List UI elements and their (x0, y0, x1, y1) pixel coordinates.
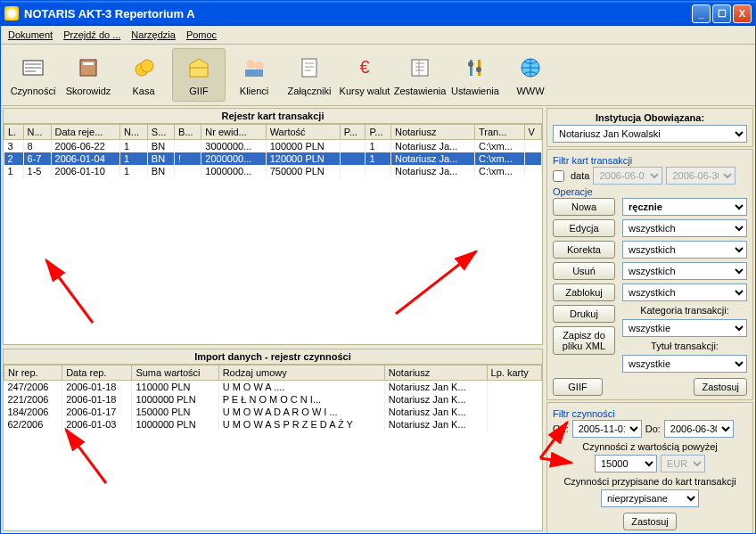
instytucja-combo[interactable]: Notariusz Jan Kowalski (553, 125, 747, 143)
przypisane-label: Czynności przypisane do kart transakcji (553, 476, 747, 487)
table-row[interactable]: 62/20062006-01-031000000 PLNU M O W A S … (4, 418, 542, 431)
column-header[interactable]: P... (340, 125, 366, 140)
table-row[interactable]: 184/20062006-01-17150000 PLNU M O W A D … (4, 406, 542, 418)
table-row[interactable]: 382006-06-221BN3000000...100000 PLN1Nota… (4, 140, 542, 153)
column-header[interactable]: Notariusz (384, 365, 487, 380)
zastosuj-czyn-button[interactable]: Zastosuj (623, 513, 677, 530)
toolbar-www-button[interactable]: WWW (504, 48, 557, 102)
od-label: Od: (553, 423, 569, 434)
toolbar-klienci-button[interactable]: Klienci (227, 48, 281, 102)
zestawienia-icon (406, 53, 434, 82)
data-checkbox[interactable] (553, 170, 564, 182)
svg-rect-8 (245, 70, 263, 77)
data-checkbox-label: data (571, 170, 589, 181)
toolbar: CzynnościSkorowidzKasaGIIFKlienciZałączn… (1, 45, 755, 106)
kategoria-combo[interactable]: wszystkie (622, 319, 747, 337)
czynnosci-icon (19, 53, 47, 82)
www-icon (516, 53, 545, 82)
grid-rejestr-kart[interactable]: L.N...Data reje...N...S...B...Nr ewid...… (4, 124, 542, 344)
giif-button[interactable]: GIIF (553, 378, 603, 396)
op-zablokuj-button[interactable]: Zablokuj (553, 283, 615, 301)
svg-point-6 (246, 60, 255, 69)
op-korekta-button[interactable]: Korekta (553, 241, 615, 259)
toolbar-zalaczniki-button[interactable]: Załączniki (283, 48, 336, 102)
app-window: NOTARIS AKT-3 Repertorium A _ ☐ X Dokume… (0, 0, 756, 534)
column-header[interactable]: Lp. karty (487, 365, 541, 380)
menu-przejdz[interactable]: Przejdź do ... (63, 29, 120, 40)
column-header[interactable]: Tran... (474, 125, 524, 140)
column-header[interactable]: V (524, 125, 541, 140)
content: Rejestr kart transakcji L.N...Data reje.… (1, 106, 755, 533)
filter-combo-2[interactable]: wszystkich (622, 241, 747, 259)
svg-rect-11 (412, 60, 428, 76)
op-drukuj-button[interactable]: Drukuj (553, 305, 615, 323)
column-header[interactable]: Data reje... (51, 125, 119, 140)
minimize-button[interactable]: _ (692, 4, 711, 23)
table-row[interactable]: 26-72006-01-041BN!2000000...120000 PLN1N… (4, 152, 542, 165)
filter-combo-3[interactable]: wszystkich (622, 262, 747, 280)
table-row[interactable]: 247/20062006-01-18110000 PLNU M O W A ..… (4, 380, 542, 393)
kategoria-label: Kategoria transakcji: (622, 305, 747, 316)
instytucja-label: Instytucja Obowiązana: (553, 112, 747, 123)
left-column: Rejestr kart transakcji L.N...Data reje.… (3, 108, 543, 531)
toolbar-skorowidz-button[interactable]: Skorowidz (62, 48, 115, 102)
window-title: NOTARIS AKT-3 Repertorium A (24, 7, 690, 21)
table-row[interactable]: 11-52006-01-101BN1000000...750000 PLNNot… (4, 165, 542, 177)
svg-point-7 (255, 62, 264, 70)
tytul-combo[interactable]: wszystkie (622, 355, 747, 373)
svg-rect-1 (80, 60, 96, 76)
filter-combo-0[interactable]: ręcznie (622, 198, 747, 216)
menu-narzedzia[interactable]: Narzędzia (131, 29, 176, 40)
column-header[interactable]: Nr rep. (4, 365, 62, 380)
svg-point-4 (141, 60, 153, 72)
toolbar-kasa-button[interactable]: Kasa (117, 48, 170, 102)
maximize-button[interactable]: ☐ (712, 4, 731, 23)
date-from-combo: 2006-06-01 (593, 167, 662, 185)
op-usuń-button[interactable]: Usuń (553, 262, 615, 280)
do-date-combo[interactable]: 2006-06-30 (664, 420, 734, 438)
column-header[interactable]: Data rep. (62, 365, 132, 380)
filter-combo-4[interactable]: wszystkich (622, 283, 747, 301)
op-zapisz-xml-button[interactable]: Zapisz do pliku XML (553, 326, 615, 355)
operacje-label: Operacje (553, 186, 747, 197)
right-column: Instytucja Obowiązana: Notariusz Jan Kow… (546, 108, 753, 531)
panel-title-import: Import danych - rejestr czynności (4, 349, 542, 365)
od-date-combo[interactable]: 2005-11-01 (572, 420, 642, 438)
toolbar-kursy-button[interactable]: €Kursy walut (338, 48, 391, 102)
zastosuj-kart-button[interactable]: Zastosuj (694, 378, 747, 396)
filter-combo-1[interactable]: wszystkich (622, 219, 747, 237)
skorowidz-icon (74, 53, 103, 82)
close-button[interactable]: X (733, 4, 752, 23)
column-header[interactable]: Wartość (266, 125, 340, 140)
panel-import-czynnosci: Import danych - rejestr czynności Nr rep… (3, 349, 543, 531)
toolbar-giif-button[interactable]: GIIF (172, 48, 226, 102)
op-edycja-button[interactable]: Edycja (553, 219, 615, 237)
op-nowa-button[interactable]: Nowa (553, 198, 615, 216)
column-header[interactable]: S... (147, 125, 174, 140)
column-header[interactable]: Notariusz (390, 125, 474, 140)
svg-rect-9 (302, 59, 316, 77)
grid-import-czynnosci[interactable]: Nr rep.Data rep.Suma wartościRodzaj umow… (4, 365, 542, 530)
table-row[interactable]: 221/20062006-01-181000000 PLNP E Ł N O M… (4, 393, 542, 406)
column-header[interactable]: Suma wartości (132, 365, 218, 380)
toolbar-ustawienia-button[interactable]: Ustawienia (448, 48, 502, 102)
menu-dokument[interactable]: Dokument (8, 29, 53, 40)
app-icon (4, 6, 19, 21)
column-header[interactable]: P... (366, 125, 391, 140)
ustawienia-icon (461, 53, 489, 82)
wartosc-combo[interactable]: 15000 (595, 455, 657, 472)
column-header[interactable]: Nr ewid... (201, 125, 266, 140)
column-header[interactable]: N... (119, 125, 147, 140)
menu-pomoc[interactable]: Pomoc (186, 29, 217, 40)
column-header[interactable]: N... (23, 125, 51, 140)
date-to-combo: 2006-06-30 (666, 167, 735, 185)
toolbar-zestawienia-button[interactable]: Zestawienia (393, 48, 447, 102)
czyn-wart-label: Czynności z wartością powyżej (553, 441, 747, 452)
column-header[interactable]: B... (175, 125, 201, 140)
panel-title-rejestr: Rejestr kart transakcji (4, 109, 542, 124)
column-header[interactable]: L. (4, 125, 24, 140)
giif-icon (185, 53, 213, 82)
przypisane-combo[interactable]: nieprzypisane (601, 489, 699, 507)
toolbar-czynnosci-button[interactable]: Czynności (6, 48, 60, 102)
column-header[interactable]: Rodzaj umowy (218, 365, 384, 380)
